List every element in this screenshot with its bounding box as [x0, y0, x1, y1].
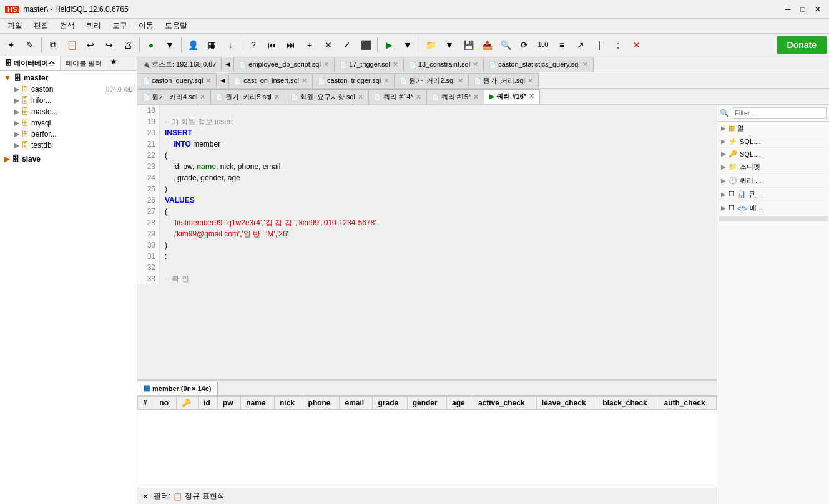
minimize-button[interactable]: ─	[782, 3, 794, 16]
sidebar-tab-filter[interactable]: 테이블 필터	[61, 56, 107, 70]
query-main-tab-close[interactable]: ✕	[527, 77, 533, 85]
query4-tab-close[interactable]: ✕	[200, 93, 205, 101]
tb-connect-btn[interactable]: ●	[142, 36, 160, 54]
tb-refresh-btn[interactable]: ⟳	[516, 36, 533, 54]
tb-terminal-btn[interactable]: ;	[609, 36, 627, 54]
tb-redo-btn[interactable]: ↪	[101, 36, 118, 54]
caston-stats-tab-close[interactable]: ✕	[582, 61, 588, 69]
tb-run-drop[interactable]: ▼	[399, 36, 416, 54]
doc-tab-host[interactable]: 🔌 호스트: 192.168.0.87	[137, 57, 222, 72]
tree-item-maste[interactable]: ▶ 🗄 maste...	[1, 106, 135, 117]
tb-search-btn[interactable]: 🔍	[497, 36, 514, 54]
menu-navigate[interactable]: 이동	[134, 19, 159, 32]
tb-folder-drop[interactable]: ▼	[441, 36, 458, 54]
doc-tab-query4[interactable]: 📄 뭔가_커리4.sql ✕	[137, 89, 211, 104]
tb-save-btn[interactable]: 💾	[459, 36, 477, 54]
doc-tab-17trigger[interactable]: 📄 17_trigger.sql ✕	[335, 57, 404, 72]
result-table-area[interactable]: # no 🔑 id pw name nick phone email gr	[137, 396, 717, 488]
17trigger-tab-close[interactable]: ✕	[393, 61, 398, 69]
tb-check-btn[interactable]: ✓	[338, 36, 356, 54]
doc-tab-13constraint[interactable]: 📄 13_constraint.sql ✕	[404, 57, 484, 72]
tb-del-btn[interactable]: ✕	[320, 36, 337, 54]
doc-tab-caston-query[interactable]: 📄 caston_query.sql ✕	[137, 73, 217, 88]
doc-tab-caston-stats[interactable]: 📄 caston_statistics_query.sql ✕	[484, 57, 594, 72]
doc-tab-cast-insert[interactable]: 📄 cast_on_insert.sql ✕	[229, 73, 313, 88]
tb-paste-btn[interactable]: 📋	[63, 36, 81, 54]
menu-query[interactable]: 쿼리	[81, 19, 106, 32]
tb-connect-drop[interactable]: ▼	[161, 36, 179, 54]
tb-run-btn[interactable]: ▶	[380, 36, 398, 54]
tree-item-caston[interactable]: ▶ 🗄 caston 864.0 KiB	[1, 84, 135, 95]
tree-item-master[interactable]: ▼ 🗄 master	[1, 72, 135, 84]
tree-item-mysql[interactable]: ▶ 🗄 mysql	[1, 117, 135, 128]
sidebar-star-btn[interactable]: ★	[110, 56, 118, 70]
donate-button[interactable]: Donate	[777, 36, 827, 54]
doc-tab-query2[interactable]: 📄 뭔가_커리2.sql ✕	[395, 73, 468, 88]
tb-x-btn[interactable]: ✕	[628, 36, 645, 54]
cast-insert-tab-close[interactable]: ✕	[302, 77, 307, 85]
query14-tab-close[interactable]: ✕	[416, 93, 421, 101]
tab-arrow2[interactable]: ◄	[217, 73, 229, 88]
tb-undo-btn[interactable]: ↩	[82, 36, 99, 54]
query2-tab-close[interactable]: ✕	[458, 77, 463, 85]
tb-user-btn[interactable]: 👤	[184, 36, 202, 54]
tb-stats-btn[interactable]: ≡	[553, 36, 571, 54]
side-panel-chart[interactable]: ▶ ☐ 📊 큐 ...	[717, 188, 829, 201]
side-panel-sql1[interactable]: ▶ ⚡ SQL ...	[717, 135, 829, 148]
doc-tab-caston-trigger[interactable]: 📄 caston_trigger.sql ✕	[313, 73, 395, 88]
maximize-button[interactable]: □	[797, 3, 809, 16]
query15-tab-close[interactable]: ✕	[473, 93, 479, 101]
menu-help[interactable]: 도움말	[160, 19, 192, 32]
tab-arrow1[interactable]: ◄	[222, 57, 234, 72]
menu-tools[interactable]: 도구	[107, 19, 132, 32]
query16-tab-close[interactable]: ✕	[529, 92, 534, 100]
side-panel-sql2[interactable]: ▶ 🔑 SQL ...	[717, 148, 829, 160]
tree-item-infor[interactable]: ▶ 🗄 infor...	[1, 95, 135, 106]
member-req-tab-close[interactable]: ✕	[358, 93, 363, 101]
tb-add-btn[interactable]: +	[301, 36, 318, 54]
doc-tab-query14[interactable]: 📄 쿼리 #14* ✕	[369, 89, 427, 104]
tb-folder-btn[interactable]: 📁	[422, 36, 439, 54]
tb-export2-btn[interactable]: ↗	[572, 36, 589, 54]
doc-tab-employee[interactable]: 📄 employee_db_script.sql ✕	[234, 57, 335, 72]
doc-tab-member-req[interactable]: 📄 회원_요구사항.sql ✕	[285, 89, 369, 104]
filter-input[interactable]	[732, 107, 827, 119]
tb-pen-btn[interactable]: ✎	[21, 36, 39, 54]
tree-item-slave[interactable]: ▶ 🗄 slave	[1, 153, 135, 165]
doc-tab-query5[interactable]: 📄 뭔가_커리5.sql ✕	[211, 89, 285, 104]
tb-counter-btn[interactable]: 100	[534, 36, 552, 54]
caston-trigger-tab-close[interactable]: ✕	[383, 77, 389, 85]
query5-tab-close[interactable]: ✕	[274, 93, 280, 101]
tb-print-btn[interactable]: 🖨	[119, 36, 137, 54]
doc-tab-query16[interactable]: ▶ 쿼리 #16* ✕	[484, 89, 540, 104]
menu-search[interactable]: 검색	[55, 19, 80, 32]
tb-export-btn[interactable]: 📤	[478, 36, 496, 54]
side-panel-columns[interactable]: ▶ ▦ 열	[717, 122, 829, 135]
tb-prev-btn[interactable]: ⏮	[263, 36, 281, 54]
tb-insert-btn[interactable]: ↓	[222, 36, 239, 54]
close-button[interactable]: ✕	[812, 3, 824, 16]
employee-tab-close[interactable]: ✕	[323, 61, 329, 69]
tb-next-btn[interactable]: ⏭	[282, 36, 300, 54]
tb-copy-btn[interactable]: ⧉	[44, 36, 62, 54]
menu-edit[interactable]: 편집	[29, 19, 54, 32]
tb-table-btn[interactable]: ▦	[203, 36, 220, 54]
side-panel-macro[interactable]: ▶ ☐ </> 매 ...	[717, 201, 829, 215]
side-panel-snippet[interactable]: ▶ 📁 스니펫	[717, 160, 829, 174]
tree-item-testdb[interactable]: ▶ 🗄 testdb	[1, 140, 135, 151]
tb-pipe-btn[interactable]: |	[591, 36, 608, 54]
doc-tab-query15[interactable]: 📄 쿼리 #15* ✕	[427, 89, 485, 104]
close-filter-btn[interactable]: ✕	[142, 492, 149, 501]
tb-stop-btn[interactable]: ⬛	[357, 36, 375, 54]
code-editor[interactable]: 18 19 -- 1) 회원 정보 insert 20 INSERT 21 IN…	[137, 105, 717, 379]
sidebar-tab-db[interactable]: 🗄 데이터베이스	[0, 56, 61, 70]
caston-query-tab-close[interactable]: ✕	[205, 77, 211, 85]
menu-file[interactable]: 파일	[2, 19, 27, 32]
tb-help-btn[interactable]: ?	[245, 36, 262, 54]
result-tab-member[interactable]: ▦ member (0r × 14c)	[137, 382, 218, 395]
side-panel-history[interactable]: ▶ 🕐 쿼리 ...	[717, 174, 829, 188]
13constraint-tab-close[interactable]: ✕	[473, 61, 478, 69]
tree-item-perfor[interactable]: ▶ 🗄 perfor...	[1, 128, 135, 140]
doc-tab-query-main[interactable]: 📄 뭔가_커리.sql ✕	[469, 73, 539, 88]
tb-new-btn[interactable]: ✦	[2, 36, 20, 54]
